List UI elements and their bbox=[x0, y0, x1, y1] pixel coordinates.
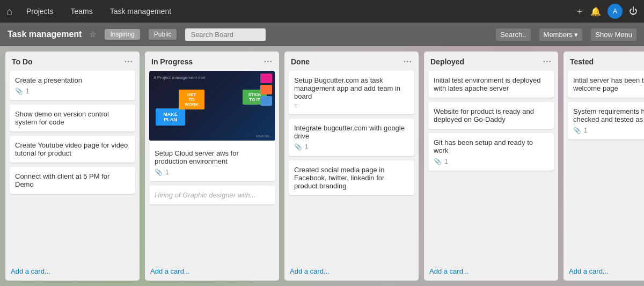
search-input[interactable] bbox=[185, 28, 266, 41]
column-header-done: Done ··· bbox=[284, 52, 419, 71]
tag-public[interactable]: Public bbox=[149, 29, 177, 40]
column-title-tested: Tested bbox=[570, 57, 594, 66]
column-title-inprogress: In Progress bbox=[151, 57, 193, 66]
card-text: Connect with client at 5 PM for Demo bbox=[15, 172, 109, 188]
sticky-notes bbox=[260, 74, 272, 106]
attachment-count: 1 bbox=[165, 168, 169, 176]
card-meta: 📎 1 bbox=[294, 143, 409, 151]
card-text: Setup Bugcutter.com as task management a… bbox=[294, 76, 400, 100]
add-card-done[interactable]: Add a card... bbox=[290, 267, 330, 275]
add-card-deployed[interactable]: Add a card... bbox=[429, 267, 469, 275]
pm-image-bg: A Project management tool MAKEPLAN GETTO… bbox=[149, 71, 275, 141]
project-management-image: A Project management tool MAKEPLAN GETTO… bbox=[149, 71, 275, 141]
column-cards-deployed: Initial test environment is deployed wit… bbox=[424, 71, 558, 263]
star-icon[interactable]: ☆ bbox=[89, 30, 96, 39]
attachment-count: 1 bbox=[584, 127, 588, 134]
sticky-pink bbox=[260, 74, 272, 83]
card-c8[interactable]: Integrate bugcutter.com with google driv… bbox=[289, 119, 414, 156]
card-c9[interactable]: Created social media page in Facebook, t… bbox=[289, 160, 414, 195]
card-meta: 📎 1 bbox=[155, 168, 269, 176]
sticky-orange bbox=[260, 85, 272, 94]
card-meta: 📎 1 bbox=[573, 127, 644, 134]
nav-actions: ＋ 🔔 A ⏻ bbox=[575, 4, 638, 19]
card-text: Initial test environment is deployed wit… bbox=[434, 76, 540, 92]
show-menu-action[interactable]: Show Menu bbox=[591, 28, 636, 41]
column-menu-deployed[interactable]: ··· bbox=[543, 57, 552, 67]
column-header-todo: To Do ··· bbox=[5, 52, 140, 71]
column-footer-todo: Add a card... bbox=[5, 263, 140, 281]
card-text: Website for product is ready and deploye… bbox=[434, 107, 534, 123]
image-card-body: Setup Cloud server aws for production en… bbox=[149, 145, 275, 181]
add-card-inprogress[interactable]: Add a card... bbox=[150, 267, 190, 275]
card-text: Intial server has been tested first welc… bbox=[573, 76, 644, 92]
card-c4[interactable]: Connect with client at 5 PM for Demo bbox=[10, 167, 135, 194]
board-title[interactable]: Task management bbox=[8, 30, 82, 39]
attachment-icon: 📎 bbox=[434, 158, 442, 165]
add-card-tested[interactable]: Add a card... bbox=[569, 267, 609, 275]
column-tested: Tested ··· Intial server has been tested… bbox=[564, 52, 644, 281]
add-card-todo[interactable]: Add a card... bbox=[11, 267, 50, 275]
column-menu-todo[interactable]: ··· bbox=[125, 57, 133, 67]
column-deployed: Deployed ··· Initial test environment is… bbox=[424, 52, 558, 281]
card-text: Setup Cloud server aws for production en… bbox=[155, 149, 239, 165]
column-inprogress: In Progress ··· A Project management too… bbox=[145, 52, 279, 281]
column-header-inprogress: In Progress ··· bbox=[145, 52, 279, 71]
sub-nav: Task management ☆ Inspiring Public Searc… bbox=[0, 23, 644, 46]
tag-inspiring[interactable]: Inspiring bbox=[105, 29, 140, 40]
column-footer-done: Add a card... bbox=[284, 263, 419, 281]
avatar[interactable]: A bbox=[608, 4, 623, 19]
column-menu-done[interactable]: ··· bbox=[404, 57, 412, 67]
card-c7[interactable]: Setup Bugcutter.com as task management a… bbox=[289, 71, 414, 114]
card-image-inprogress[interactable]: A Project management tool MAKEPLAN GETTO… bbox=[149, 71, 275, 181]
column-title-todo: To Do bbox=[12, 57, 33, 66]
bell-icon[interactable]: 🔔 bbox=[590, 6, 601, 17]
power-icon[interactable]: ⏻ bbox=[629, 6, 638, 16]
column-footer-inprogress: Add a card... bbox=[145, 263, 279, 281]
column-footer-deployed: Add a card... bbox=[424, 263, 558, 281]
description-icon: ≡ bbox=[294, 102, 409, 109]
card-c10[interactable]: Initial test environment is deployed wit… bbox=[428, 71, 554, 98]
card-c2[interactable]: Show demo on version control system for … bbox=[10, 105, 135, 131]
website-watermark: www.bu... bbox=[256, 134, 272, 138]
pm-caption: A Project management tool bbox=[153, 75, 205, 80]
attachment-icon: 📎 bbox=[155, 168, 163, 176]
card-text: Hiring of Graphic designer with... bbox=[155, 191, 256, 199]
card-text: Show demo on version control system for … bbox=[15, 110, 109, 126]
search-action[interactable]: Search.. bbox=[496, 28, 530, 41]
card-text: Created social media page in Facebook, t… bbox=[294, 166, 384, 190]
card-c3[interactable]: Create Youtube video page for video tuto… bbox=[10, 136, 135, 163]
card-c14[interactable]: System requirements has been checked and… bbox=[568, 102, 644, 140]
card-text: Integrate bugcutter.com with google driv… bbox=[294, 124, 405, 140]
members-action[interactable]: Members ▾ bbox=[539, 28, 583, 41]
column-title-deployed: Deployed bbox=[430, 57, 464, 66]
make-plan-note: MAKEPLAN bbox=[156, 108, 185, 126]
column-menu-inprogress[interactable]: ··· bbox=[264, 57, 273, 67]
card-text: System requirements has been checked and… bbox=[573, 107, 644, 123]
attachment-count: 1 bbox=[444, 158, 448, 165]
attachment-icon: 📎 bbox=[294, 143, 302, 151]
column-cards-done: Setup Bugcutter.com as task management a… bbox=[284, 71, 419, 263]
attachment-count: 1 bbox=[26, 87, 30, 95]
column-title-done: Done bbox=[291, 57, 310, 66]
card-c11[interactable]: Website for product is ready and deploye… bbox=[428, 102, 554, 129]
column-todo: To Do ··· Create a presentation 📎 1 Show… bbox=[5, 52, 140, 281]
board-area: To Do ··· Create a presentation 📎 1 Show… bbox=[0, 46, 644, 286]
card-c6[interactable]: Hiring of Graphic designer with... bbox=[149, 186, 275, 204]
card-c1[interactable]: Create a presentation 📎 1 bbox=[10, 71, 135, 100]
column-cards-inprogress: A Project management tool MAKEPLAN GETTO… bbox=[145, 71, 279, 263]
column-header-deployed: Deployed ··· bbox=[424, 52, 558, 71]
home-icon[interactable]: ⌂ bbox=[6, 6, 12, 17]
card-text: Create a presentation bbox=[15, 76, 82, 84]
card-text: Git has been setup and ready to work bbox=[434, 138, 533, 155]
attachment-icon: 📎 bbox=[15, 87, 23, 95]
card-meta: 📎 1 bbox=[434, 158, 548, 165]
card-c12[interactable]: Git has been setup and ready to work 📎 1 bbox=[428, 133, 554, 171]
nav-task-management[interactable]: Task management bbox=[107, 5, 174, 18]
nav-projects[interactable]: Projects bbox=[23, 5, 57, 18]
add-icon[interactable]: ＋ bbox=[575, 6, 584, 17]
column-header-tested: Tested ··· bbox=[564, 52, 644, 71]
card-c13[interactable]: Intial server has been tested first welc… bbox=[568, 71, 644, 98]
column-footer-tested: Add a card... bbox=[564, 263, 644, 281]
nav-teams[interactable]: Teams bbox=[67, 5, 96, 18]
column-done: Done ··· Setup Bugcutter.com as task man… bbox=[284, 52, 419, 281]
